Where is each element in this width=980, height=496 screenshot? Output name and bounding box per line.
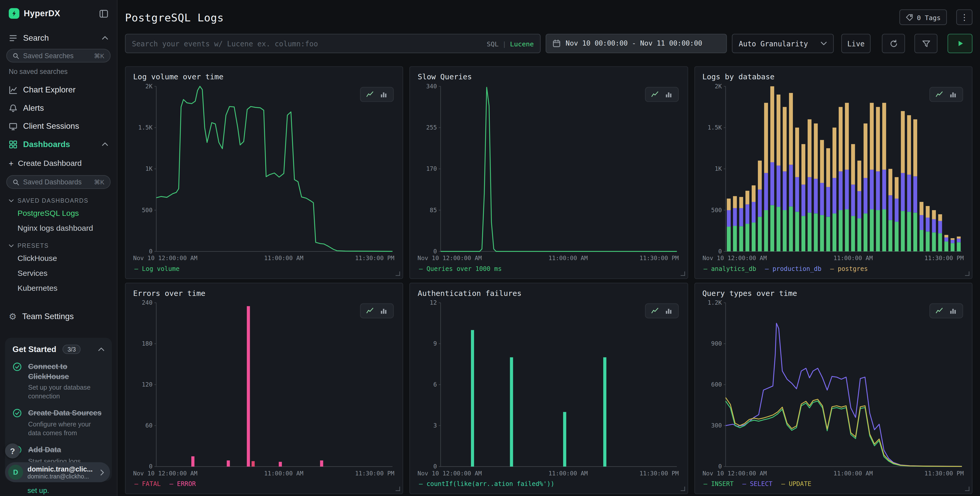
tags-button[interactable]: 0 Tags [899,9,947,25]
sidebar-item-clickhouse[interactable]: ClickHouse [0,251,117,266]
sidebar-item-label: Client Sessions [23,121,79,131]
panel-toolbar [929,87,963,102]
legend-item[interactable]: — production_db [765,265,821,272]
line-chart-icon[interactable] [934,89,945,99]
get-started-item-desc: Set up your database connection [28,383,104,400]
panel-title: Query types over time [702,289,964,298]
legend-item[interactable]: — UPDATE [781,480,811,487]
bar-chart-icon[interactable] [948,89,959,99]
sidebar-item-alerts[interactable]: Alerts [0,99,117,117]
get-started-item-sources[interactable]: Create Data Sources Configure where your… [13,409,105,437]
legend-item[interactable]: — FATAL [134,480,161,487]
line-chart-icon[interactable] [934,306,945,316]
get-started-header[interactable]: Get Started 3/3 [13,344,105,354]
sidebar-item-label: Team Settings [22,311,73,321]
svg-text:2K: 2K [714,83,722,89]
bar-chart-icon[interactable] [378,89,390,99]
line-chart-icon[interactable] [649,89,660,99]
controls-row: SQL | Lucene Nov 10 00:00:00 - Nov 11 00… [125,34,972,53]
event-search-box[interactable]: SQL | Lucene [125,34,541,53]
legend-item[interactable]: — countIf(like(arr..ation failed%')) [419,480,554,487]
chart-canvas[interactable]: 05001K1.5K2KNov 10 12:00:00 AM11:00:00 A… [133,83,395,262]
legend-item[interactable]: — INSERT [703,480,734,487]
more-options-button[interactable]: ⋮ [956,9,972,25]
resize-handle-icon[interactable] [965,271,969,276]
bar-chart-icon[interactable] [948,306,959,316]
resize-handle-icon[interactable] [965,486,969,491]
presets-section-header[interactable]: PRESETS [0,236,117,251]
sidebar-item-client-sessions[interactable]: Client Sessions [0,117,117,135]
saved-dashboards-section-header[interactable]: SAVED DASHBOARDS [0,191,117,206]
panel-logs-by-database: Logs by database 05001K1.5K2KNov 10 12:0… [694,66,972,279]
panel-log-volume: Log volume over time 05001K1.5K2KNov 10 … [125,66,404,279]
legend-item[interactable]: — postgres [830,265,868,272]
legend-item[interactable]: — SELECT [743,480,773,487]
sidebar-item-search[interactable]: Search [0,29,117,47]
query-language-toggle[interactable]: SQL | Lucene [487,40,534,47]
collapse-sidebar-button[interactable] [99,9,108,18]
svg-text:11:30:00 PM: 11:30:00 PM [924,470,964,477]
sidebar-item-services[interactable]: Services [0,266,117,281]
chart-canvas[interactable]: 036912Nov 10 12:00:00 AM11:00:00 AM11:30… [418,299,680,477]
sidebar-item-nginx-logs-dashboard[interactable]: Nginx logs dashboard [0,221,117,236]
panel-title: Slow Queries [418,73,680,81]
resize-handle-icon[interactable] [681,486,685,491]
setup-link[interactable]: set up. [27,486,49,494]
live-button[interactable]: Live [841,34,870,53]
granularity-select[interactable]: Auto Granularity [732,34,834,53]
run-query-button[interactable] [948,34,972,53]
sidebar-item-chart-explorer[interactable]: Chart Explorer [0,81,117,99]
line-chart-icon[interactable] [365,306,376,316]
sidebar-item-kubernetes[interactable]: Kubernetes [0,281,117,296]
sidebar-item-postgresql-logs[interactable]: PostgreSQL Logs [0,206,117,221]
resize-handle-icon[interactable] [396,486,400,491]
time-range-picker[interactable]: Nov 10 00:00:00 - Nov 11 00:00:00 [546,34,727,53]
saved-searches-field[interactable] [23,52,90,59]
svg-text:11:30:00 PM: 11:30:00 PM [924,255,964,262]
svg-text:85: 85 [430,207,437,214]
legend-item[interactable]: — Queries over 1000 ms [419,265,502,272]
sidebar-item-team-settings[interactable]: ⚙ Team Settings [0,307,117,325]
search-input[interactable] [132,39,482,48]
alerts-bell-icon [9,104,18,112]
chart-canvas[interactable]: 060120180240Nov 10 12:00:00 AM11:00:00 A… [133,299,395,477]
calendar-icon [552,40,561,48]
svg-text:900: 900 [711,340,722,347]
bolt-icon [11,10,18,17]
legend-item[interactable]: — Log volume [134,265,180,272]
sidebar-item-dashboards[interactable]: Dashboards [0,135,117,153]
lucene-toggle[interactable]: Lucene [510,40,534,47]
legend-item[interactable]: — ERROR [170,480,196,487]
refresh-button[interactable] [882,34,905,53]
create-dashboard-button[interactable]: + Create Dashboard [0,153,117,173]
saved-dashboards-input[interactable]: ⌘K [6,175,111,189]
saved-dashboards-field[interactable] [23,178,90,186]
user-menu[interactable]: D dominic.tran@clic... dominic.tran@clic… [5,462,110,482]
get-started-item-connect[interactable]: Connect to ClickHouse Set up your databa… [13,362,105,400]
chart-canvas[interactable]: 03006009001.2KNov 10 12:00:00 AM11:00:00… [702,299,964,477]
logo-row: HyperDX [0,0,117,25]
resize-handle-icon[interactable] [681,271,685,276]
section-label: PRESETS [18,242,49,249]
get-started-item-title: Add Data [28,445,104,455]
avatar: D [8,464,23,480]
legend-item[interactable]: — analytics_db [703,265,756,272]
chart-canvas[interactable]: 05001K1.5K2KNov 10 12:00:00 AM11:00:00 A… [702,83,964,262]
svg-text:0: 0 [718,248,722,255]
line-chart-icon[interactable] [365,89,376,99]
line-chart-icon[interactable] [649,306,660,316]
help-button[interactable]: ? [5,443,20,458]
sql-toggle[interactable]: SQL [487,40,498,47]
filter-button[interactable] [915,34,937,53]
chart-canvas[interactable]: 085170255340Nov 10 12:00:00 AM11:00:00 A… [418,83,680,262]
bar-chart-icon[interactable] [378,306,390,316]
bar-chart-icon[interactable] [663,89,674,99]
resize-handle-icon[interactable] [396,271,400,276]
section-label: SAVED DASHBOARDS [18,197,89,204]
saved-searches-input[interactable]: ⌘K [6,49,111,62]
search-nav-icon [9,33,18,42]
bar-chart-icon[interactable] [663,306,674,316]
brand-name: HyperDX [24,9,60,18]
svg-text:240: 240 [142,299,153,306]
svg-text:11:30:00 PM: 11:30:00 PM [640,470,679,477]
